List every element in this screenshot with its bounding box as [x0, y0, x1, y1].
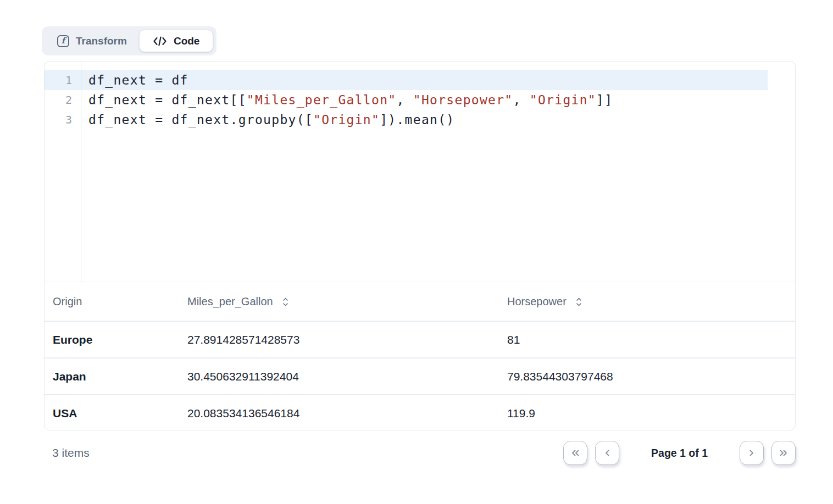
- code-line[interactable]: 3df_next = df_next.groupby(["Origin"]).m…: [45, 110, 795, 130]
- line-number: 1: [45, 74, 81, 87]
- double-chevron-right-icon: [778, 448, 789, 458]
- column-header-origin: Origin: [45, 295, 179, 308]
- pagination-footer: 3 items Page 1 of 1: [44, 439, 796, 467]
- table-row: Europe27.89142857142857381: [45, 321, 795, 357]
- horsepower-cell: 79.83544303797468: [499, 370, 795, 383]
- code-icon: [153, 36, 167, 47]
- origin-cell: Japan: [45, 370, 179, 383]
- column-header-miles_per_gallon[interactable]: Miles_per_Gallon: [179, 295, 499, 308]
- sort-icon[interactable]: [575, 296, 583, 308]
- page: f Transform Code 1df_next = df2df_next =…: [0, 0, 833, 504]
- gutter-divider: [81, 61, 81, 282]
- miles-per-gallon-cell: 27.891428571428573: [179, 333, 499, 346]
- code-lines: 1df_next = df2df_next = df_next[["Miles_…: [45, 70, 795, 130]
- code-editor[interactable]: 1df_next = df2df_next = df_next[["Miles_…: [45, 61, 795, 282]
- code-line[interactable]: 1df_next = df: [45, 70, 768, 90]
- chevron-left-icon: [602, 448, 612, 458]
- code-text: df_next = df_next[["Miles_per_Gallon", "…: [81, 93, 613, 107]
- tab-code[interactable]: Code: [139, 30, 214, 52]
- last-page-button[interactable]: [771, 441, 796, 465]
- table-row: USA20.083534136546184119.9: [45, 394, 795, 430]
- line-number: 2: [45, 93, 81, 107]
- miles-per-gallon-cell: 20.083534136546184: [179, 407, 499, 420]
- result-table: OriginMiles_per_GallonHorsepower Europe2…: [45, 282, 795, 430]
- column-label: Origin: [53, 295, 82, 308]
- code-line[interactable]: 2df_next = df_next[["Miles_per_Gallon", …: [45, 90, 795, 110]
- sort-icon[interactable]: [281, 296, 290, 308]
- line-number: 3: [45, 113, 81, 126]
- code-text: df_next = df: [81, 73, 188, 87]
- tab-code-label: Code: [174, 35, 200, 47]
- column-header-horsepower[interactable]: Horsepower: [499, 295, 795, 308]
- tab-transform-label: Transform: [76, 35, 127, 47]
- next-page-button[interactable]: [740, 441, 764, 465]
- items-count: 3 items: [44, 446, 90, 460]
- code-text: df_next = df_next.groupby(["Origin"]).me…: [81, 113, 455, 127]
- first-page-button[interactable]: [563, 441, 587, 465]
- double-chevron-left-icon: [570, 448, 581, 458]
- column-label: Horsepower: [507, 295, 567, 308]
- editor-and-table-card: 1df_next = df2df_next = df_next[["Miles_…: [44, 61, 796, 430]
- prev-page-button[interactable]: [595, 441, 619, 465]
- table-body: Europe27.89142857142857381Japan30.450632…: [45, 321, 795, 430]
- tab-transform[interactable]: f Transform: [45, 30, 139, 52]
- function-icon: f: [57, 35, 69, 47]
- pager: Page 1 of 1: [563, 441, 796, 465]
- origin-cell: Europe: [45, 333, 179, 346]
- table-header: OriginMiles_per_GallonHorsepower: [45, 282, 795, 321]
- table-row: Japan30.45063291139240479.83544303797468: [45, 357, 795, 394]
- horsepower-cell: 81: [499, 333, 795, 346]
- view-tabbar: f Transform Code: [42, 26, 216, 55]
- horsepower-cell: 119.9: [499, 407, 795, 420]
- chevron-right-icon: [747, 448, 757, 458]
- column-label: Miles_per_Gallon: [187, 295, 273, 308]
- page-indicator: Page 1 of 1: [651, 447, 708, 460]
- origin-cell: USA: [45, 407, 179, 420]
- miles-per-gallon-cell: 30.450632911392404: [179, 370, 499, 383]
